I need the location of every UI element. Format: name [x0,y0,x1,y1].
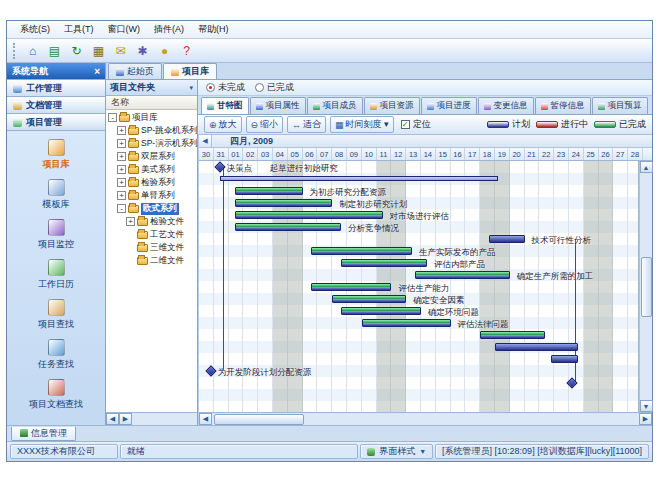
plan-fill [490,236,524,242]
tree-item-检验系列[interactable]: +检验系列 [106,176,197,189]
tree-item-SP-演示机系列[interactable]: +SP-演示机系列 [106,137,197,150]
tab-info-management[interactable]: 信息管理 [11,427,76,441]
doc-tab-起始页[interactable]: 起始页 [108,63,162,79]
menu-帮助(H)[interactable]: 帮助(H) [191,21,236,38]
task-bar[interactable] [415,271,510,279]
tree-item-三维文件[interactable]: 三维文件 [106,241,197,254]
sidebar-item-模板库[interactable]: 模板库 [10,177,102,214]
report-icon[interactable]: ▦ [89,41,108,60]
ui-style-dropdown[interactable]: 界面样式 ▼ [360,444,433,459]
help-icon[interactable]: ? [177,41,196,60]
sidebar-group-工作管理[interactable]: 工作管理 [7,79,105,97]
menu-窗口(W)[interactable]: 窗口(W) [101,21,148,38]
scroll-right-icon[interactable]: ▶ [639,413,652,425]
collapse-icon[interactable]: - [117,204,126,213]
doc-tab-项目库[interactable]: 项目库 [163,63,217,79]
task-bar[interactable] [235,187,303,195]
expand-icon[interactable]: + [117,191,126,200]
scroll-left-icon[interactable]: ◀ [199,413,212,425]
scroll-right-icon[interactable]: ▶ [119,413,132,425]
view-tab-暂停信息[interactable]: 暂停信息 [535,97,591,114]
gantt-button-缩小[interactable]: ⊖缩小 [246,116,284,133]
task-bar[interactable] [235,211,383,219]
sidebar-item-项目查找[interactable]: 项目查找 [10,297,102,334]
settings-icon[interactable]: ✱ [133,41,152,60]
task-bar[interactable] [480,331,545,339]
sidebar-item-项目库[interactable]: 项目库 [10,137,102,174]
scroll-up-icon[interactable]: ▲ [640,161,653,173]
sidebar-item-工作日历[interactable]: 工作日历 [10,257,102,294]
expand-icon[interactable]: + [126,217,135,226]
view-tab-项目进度[interactable]: 项目进度 [421,97,477,114]
explorer-icon[interactable]: ▤ [45,41,64,60]
lock-icon[interactable]: ● [155,41,174,60]
home-icon[interactable]: ⌂ [23,41,42,60]
tree-item-美式系列[interactable]: +美式系列 [106,163,197,176]
task-bar[interactable] [235,199,333,207]
view-tab-项目资源[interactable]: 项目资源 [364,97,420,114]
gantt-legend: 计划进行中已完成 [487,118,646,131]
sidebar-close-icon[interactable]: × [94,66,100,77]
tree-item-工艺文件[interactable]: 工艺文件 [106,228,197,241]
task-bar[interactable] [235,223,342,231]
plan-fill [416,275,509,278]
task-bar[interactable] [495,343,578,351]
tree-column-header[interactable]: 名称 [106,96,197,110]
gantt-button-时间刻度 ▾[interactable]: ▦时间刻度 ▾ [330,116,394,133]
task-bar[interactable] [311,283,391,291]
menu-工具(T)[interactable]: 工具(T) [57,21,101,38]
menu-系统(S)[interactable]: 系统(S) [13,21,57,38]
tree-item-单臂系列[interactable]: +单臂系列 [106,189,197,202]
tree-hscrollbar[interactable]: ◀ ▶ [106,412,197,425]
tree-item-检验文件[interactable]: +检验文件 [106,215,197,228]
expand-icon[interactable]: + [117,126,126,135]
expand-icon[interactable]: + [117,152,126,161]
tree-panel-menu-icon[interactable]: ▾ [189,84,193,92]
task-bar[interactable] [489,235,525,243]
task-bar[interactable] [341,307,421,315]
expand-icon[interactable]: + [117,178,126,187]
hscroll-thumb[interactable] [214,414,304,425]
view-tab-项目成员[interactable]: 项目成员 [307,97,363,114]
refresh-icon[interactable]: ↻ [67,41,86,60]
sidebar-item-项目文档查找[interactable]: 项目文档查找 [10,377,102,414]
message-icon[interactable]: ✉ [111,41,130,60]
scroll-left-icon[interactable]: ◀ [106,413,119,425]
tree-item-SP-跳伞机系列[interactable]: +SP-跳伞机系列 [106,124,197,137]
sidebar-item-项目监控[interactable]: 项目监控 [10,217,102,254]
view-tab-项目属性[interactable]: 项目属性 [250,97,306,114]
timeline-scroll-left-icon[interactable]: ◀ [199,135,212,147]
filter-已完成[interactable]: 已完成 [255,81,294,94]
view-tab-甘特图[interactable]: 甘特图 [201,97,249,114]
day-cell: 26 [599,148,614,160]
collapse-icon[interactable]: - [108,113,117,122]
scroll-down-icon[interactable]: ▼ [640,400,653,412]
gantt-vscrollbar[interactable]: ▲ ▼ [639,161,652,412]
expand-icon[interactable]: + [117,139,126,148]
task-bar[interactable] [332,295,406,303]
vscroll-thumb[interactable] [641,257,652,317]
toolbar-grip[interactable] [13,43,16,59]
view-tab-变更信息[interactable]: 变更信息 [478,97,534,114]
tree-item-项目库[interactable]: -项目库 [106,111,197,124]
gantt-chart[interactable]: 决策点起草进行初始研究为初步研究分配资源制定初步研究计划对市场进行评估分析竞争情… [199,161,639,412]
task-bar[interactable] [311,247,412,255]
locate-checkbox[interactable]: ✓ 定位 [401,118,431,131]
tree-item-二维文件[interactable]: 二维文件 [106,254,197,267]
task-bar[interactable] [341,259,427,267]
view-tab-项目预算[interactable]: 项目预算 [592,97,648,114]
gantt-button-放大[interactable]: ⊕放大 [204,116,242,133]
filter-未完成[interactable]: 未完成 [206,81,245,94]
sidebar-group-文档管理[interactable]: 文档管理 [7,96,105,114]
tree-item-双层系列[interactable]: +双层系列 [106,150,197,163]
gantt-hscrollbar[interactable]: ◀ ▶ [199,412,652,425]
sidebar-item-任务查找[interactable]: 任务查找 [10,337,102,374]
sidebar-group-项目管理[interactable]: 项目管理 [7,113,105,131]
expand-icon[interactable]: + [117,165,126,174]
task-bar[interactable] [551,355,578,363]
task-bar[interactable] [362,319,451,327]
menu-插件(A)[interactable]: 插件(A) [147,21,191,38]
summary-bar[interactable] [220,176,498,181]
gantt-button-适合[interactable]: ↔适合 [287,116,326,133]
tree-item-欧式系列[interactable]: -欧式系列 [106,202,197,215]
